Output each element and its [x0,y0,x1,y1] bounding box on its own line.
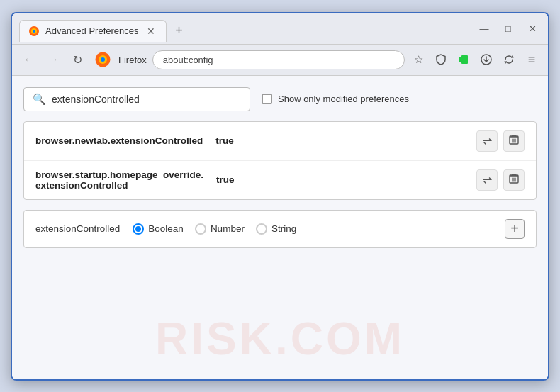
content-area: RISK.COM 🔍 Show only modified preference… [12,76,548,379]
browser-window: Advanced Preferences ✕ + — □ ✕ ← → ↻ Fir… [11,12,549,381]
tab-title-label: Advanced Preferences [45,26,139,36]
radio-string[interactable]: String [256,223,296,235]
result-name-wrap-2: browser.startup.homepage_override. exten… [35,169,203,191]
show-modified-row[interactable]: Show only modified preferences [262,94,409,104]
toggle-icon-2: ⇌ [483,173,492,186]
search-input[interactable] [52,94,241,105]
delete-icon-2 [509,173,519,187]
close-button[interactable]: ✕ [524,20,541,37]
add-preference-row: extensionControlled Boolean Number [23,210,537,248]
add-pref-name: extensionControlled [35,223,120,234]
title-bar: Advanced Preferences ✕ + — □ ✕ [12,13,548,45]
radio-label-number: Number [211,223,245,234]
download-icon[interactable] [477,50,495,69]
result-name-1: browser.newtab.extensionControlled [35,135,203,146]
radio-circle-string [256,223,267,235]
search-box[interactable]: 🔍 [23,87,250,111]
svg-point-2 [33,30,35,33]
bookmark-icon[interactable]: ☆ [409,50,427,69]
shield-icon[interactable] [432,50,450,69]
delete-button-2[interactable] [503,169,525,191]
result-name-2b: extensionControlled [35,180,203,191]
radio-label-boolean: Boolean [148,223,184,234]
back-button[interactable]: ← [19,50,39,69]
minimize-button[interactable]: — [476,20,493,37]
extension-icon[interactable] [454,50,473,69]
delete-button-1[interactable] [503,130,525,152]
search-icon: 🔍 [33,93,46,106]
radio-group: Boolean Number String [133,223,296,235]
reload-button[interactable]: ↻ [67,50,87,69]
sync-icon[interactable] [500,50,518,69]
browser-name-label: Firefox [118,55,147,65]
result-value-1: true [215,135,234,146]
result-name-2a: browser.startup.homepage_override. [35,169,203,180]
search-row: 🔍 Show only modified preferences [23,87,537,111]
show-modified-checkbox[interactable] [262,94,272,104]
radio-dot-boolean [135,226,141,232]
table-row: browser.newtab.extensionControlled true … [24,122,536,161]
firefox-logo-icon [94,51,111,68]
result-value-2: true [216,174,235,185]
address-text: about:config [163,55,213,65]
restore-button[interactable]: □ [500,20,517,37]
radio-circle-number [195,223,206,235]
radio-number[interactable]: Number [195,223,245,235]
svg-rect-6 [459,57,461,62]
tab-favicon-icon [28,26,40,37]
table-row: browser.startup.homepage_override. exten… [24,161,536,199]
menu-icon[interactable]: ≡ [522,50,541,69]
radio-circle-boolean [133,223,144,235]
toggle-button-1[interactable]: ⇌ [476,130,498,152]
new-tab-button[interactable]: + [169,21,189,40]
radio-label-string: String [271,223,296,234]
show-modified-label: Show only modified preferences [278,94,409,104]
radio-boolean[interactable]: Boolean [133,223,184,235]
results-table: browser.newtab.extensionControlled true … [23,121,537,200]
toggle-button-2[interactable]: ⇌ [476,169,498,191]
watermark: RISK.COM [155,313,405,365]
result-actions-2: ⇌ [476,169,525,191]
delete-icon-1 [509,134,519,148]
address-bar[interactable]: about:config [152,50,405,69]
add-plus-button[interactable]: + [505,219,525,239]
svg-rect-7 [461,55,468,64]
tab-close-button[interactable]: ✕ [145,25,157,38]
nav-icon-group: ☆ [409,50,541,69]
browser-tab[interactable]: Advanced Preferences ✕ [19,20,167,42]
forward-button[interactable]: → [43,50,63,69]
window-controls: — □ ✕ [476,20,541,41]
result-actions-1: ⇌ [476,130,525,152]
svg-point-5 [101,57,105,62]
toggle-icon-1: ⇌ [483,134,492,147]
nav-bar: ← → ↻ Firefox about:config ☆ [12,45,548,76]
